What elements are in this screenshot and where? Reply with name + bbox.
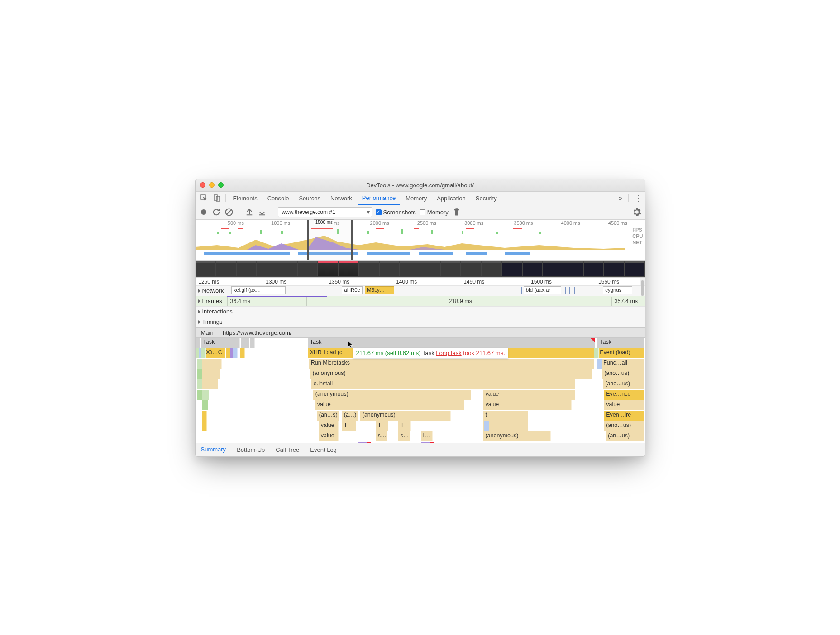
flame-chart[interactable]: Task DO…C Task XHR Load (c — [196, 338, 645, 443]
tab-security[interactable]: Security — [471, 191, 501, 205]
screenshot-strip[interactable] — [196, 261, 645, 278]
bottom-tabs: Summary Bottom-Up Call Tree Event Log — [196, 443, 645, 456]
overview-selection[interactable]: 1500 ms — [308, 220, 353, 260]
tab-bottom-up[interactable]: Bottom-Up — [236, 445, 266, 455]
overview-labels: FPS CPU NET — [632, 227, 643, 245]
main-track-header[interactable]: Main — https://www.theverge.com/ — [196, 327, 645, 338]
tab-event-log[interactable]: Event Log — [309, 445, 338, 455]
recording-select[interactable]: www.theverge.com #1 ▾ — [278, 207, 372, 217]
overview-cpu — [196, 234, 625, 250]
tab-memory[interactable]: Memory — [401, 191, 431, 205]
devtools-window: DevTools - www.google.com/gmail/about/ E… — [195, 179, 645, 457]
overview-ruler: 500 ms 1000 ms 1500 ms 2000 ms 2500 ms 3… — [196, 220, 645, 227]
menu-icon[interactable]: ⋮ — [634, 193, 642, 203]
tab-performance[interactable]: Performance — [358, 191, 400, 205]
tab-sources[interactable]: Sources — [294, 191, 325, 205]
tab-summary[interactable]: Summary — [200, 444, 227, 455]
titlebar: DevTools - www.google.com/gmail/about/ — [196, 179, 645, 192]
vertical-scrollbar[interactable] — [640, 278, 645, 285]
interactions-track[interactable]: Interactions — [196, 307, 645, 317]
tracks: Network xel.gif (px… aHR0c M6Ly… bid (aa… — [196, 286, 645, 338]
reload-button[interactable] — [212, 208, 221, 217]
tab-application[interactable]: Application — [432, 191, 470, 205]
window-title: DevTools - www.google.com/gmail/about/ — [196, 182, 645, 189]
record-button[interactable] — [199, 208, 208, 217]
save-profile-button[interactable] — [258, 208, 267, 217]
inspect-icon[interactable] — [198, 193, 210, 203]
flame-tooltip: 211.67 ms (self 8.62 ms) Task Long task … — [353, 348, 508, 358]
timings-track[interactable]: Timings — [196, 317, 645, 327]
svg-rect-1 — [214, 195, 217, 200]
load-profile-button[interactable] — [245, 208, 254, 217]
memory-checkbox[interactable]: Memory — [420, 209, 449, 216]
gc-button[interactable] — [452, 208, 461, 217]
flame-ruler[interactable]: 1250 ms 1300 ms 1350 ms 1400 ms 1450 ms … — [196, 278, 645, 286]
tab-elements[interactable]: Elements — [229, 191, 262, 205]
overview-fps — [196, 227, 625, 234]
device-toggle-icon[interactable] — [211, 193, 223, 203]
network-track[interactable]: Network xel.gif (px… aHR0c M6Ly… bid (aa… — [196, 286, 645, 296]
main-tabs: Elements Console Sources Network Perform… — [196, 192, 645, 205]
svg-line-4 — [227, 210, 231, 214]
frames-track[interactable]: Frames 36.4 ms 218.9 ms 357.4 ms — [196, 296, 645, 307]
tab-call-tree[interactable]: Call Tree — [275, 445, 300, 455]
tab-console[interactable]: Console — [263, 191, 294, 205]
settings-icon[interactable] — [632, 208, 641, 217]
clear-button[interactable] — [224, 208, 234, 217]
chevron-down-icon: ▾ — [367, 209, 370, 215]
cursor-icon — [348, 341, 354, 349]
screenshots-checkbox[interactable]: ✓ Screenshots — [376, 209, 416, 216]
more-tabs-icon[interactable]: » — [619, 194, 623, 202]
perf-toolbar: www.theverge.com #1 ▾ ✓ Screenshots Memo… — [196, 205, 645, 220]
overview-timeline[interactable]: 500 ms 1000 ms 1500 ms 2000 ms 2500 ms 3… — [196, 220, 645, 261]
overview-net — [196, 251, 625, 256]
tab-network[interactable]: Network — [326, 191, 357, 205]
